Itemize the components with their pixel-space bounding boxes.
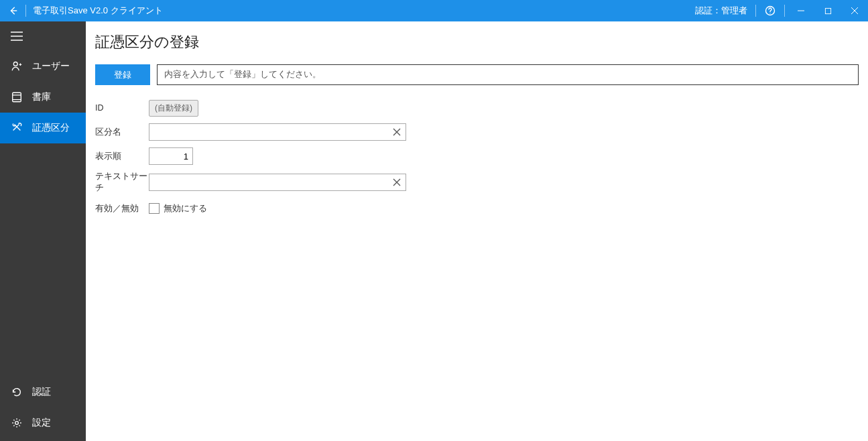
disable-checkbox[interactable] — [149, 203, 160, 214]
minimize-button[interactable] — [788, 0, 814, 21]
sidebar-item-library[interactable]: 書庫 — [0, 82, 86, 113]
page-title: 証憑区分の登録 — [95, 32, 859, 52]
hamburger-button[interactable] — [0, 21, 86, 51]
message-box: 内容を入力して「登録」してください。 — [157, 64, 859, 85]
close-button[interactable] — [841, 0, 868, 21]
titlebar-divider — [25, 5, 26, 17]
sidebar-item-settings[interactable]: 設定 — [0, 407, 86, 438]
user-icon — [11, 60, 25, 72]
hamburger-icon — [11, 32, 23, 41]
auth-label: 認証：管理者 — [690, 5, 753, 17]
clear-name-button[interactable] — [390, 125, 404, 139]
refresh-icon — [11, 386, 25, 398]
enabled-label: 有効／無効 — [95, 203, 149, 214]
titlebar-divider-3 — [784, 5, 785, 17]
svg-point-3 — [13, 62, 17, 66]
close-icon — [851, 7, 859, 15]
sidebar-item-label: 証憑区分 — [32, 122, 70, 134]
book-icon — [11, 91, 25, 103]
name-input[interactable] — [149, 123, 406, 141]
titlebar-divider-2 — [755, 5, 756, 17]
name-label: 区分名 — [95, 127, 149, 138]
minimize-icon — [797, 7, 805, 15]
order-label: 表示順 — [95, 151, 149, 162]
sidebar-item-auth[interactable]: 認証 — [0, 377, 86, 407]
gear-icon — [11, 417, 25, 429]
svg-point-1 — [769, 13, 770, 13]
title-bar: 電子取引Save V2.0 クライアント 認証：管理者 — [0, 0, 868, 21]
svg-point-5 — [15, 422, 19, 425]
help-icon — [765, 5, 776, 16]
maximize-button[interactable] — [814, 0, 841, 21]
text-search-label: テキストサーチ — [95, 171, 149, 194]
maximize-icon — [824, 7, 832, 15]
sidebar-item-voucher-class[interactable]: 証憑区分 — [0, 113, 86, 143]
svg-rect-2 — [825, 8, 830, 13]
sidebar: ユーザー 書庫 証憑区分 — [0, 21, 86, 441]
sidebar-item-label: 認証 — [32, 386, 51, 398]
svg-rect-4 — [13, 92, 21, 102]
text-search-input[interactable] — [149, 174, 406, 191]
main-content: 証憑区分の登録 登録 内容を入力して「登録」してください。 ID (自動登録) … — [86, 21, 868, 441]
app-title: 電子取引Save V2.0 クライアント — [33, 5, 163, 17]
arrow-left-icon — [9, 6, 18, 15]
id-label: ID — [95, 103, 149, 113]
x-icon — [393, 128, 401, 136]
order-input[interactable] — [149, 147, 193, 165]
sidebar-item-user[interactable]: ユーザー — [0, 51, 86, 82]
help-button[interactable] — [759, 0, 782, 21]
sidebar-item-label: 設定 — [32, 417, 51, 429]
clear-text-search-button[interactable] — [390, 176, 404, 189]
back-button[interactable] — [4, 0, 23, 21]
tools-icon — [11, 122, 25, 134]
sidebar-item-label: 書庫 — [32, 91, 51, 103]
form: ID (自動登録) 区分名 表示順 テキストサーチ — [95, 99, 859, 218]
x-icon — [393, 178, 401, 186]
sidebar-item-label: ユーザー — [32, 60, 70, 72]
disable-checkbox-label: 無効にする — [164, 203, 207, 214]
register-button[interactable]: 登録 — [95, 64, 150, 85]
id-auto-badge: (自動登録) — [149, 100, 198, 117]
